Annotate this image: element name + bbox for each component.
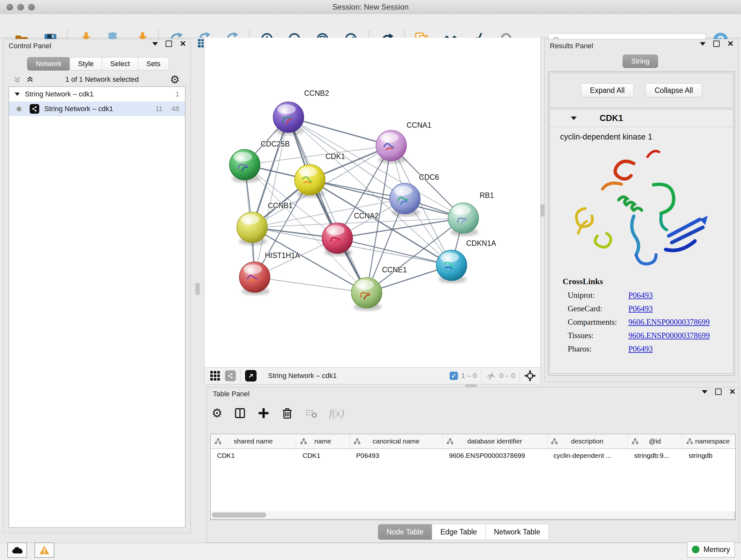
table-cell[interactable]: 9606.ENSP00000378699	[443, 449, 547, 462]
string-network-icon[interactable]	[225, 370, 236, 381]
network-node-CDK1[interactable]	[294, 165, 325, 198]
panel-menu-icon[interactable]	[152, 42, 158, 46]
panel-close-icon[interactable]: ✕	[727, 41, 734, 46]
tab-node-table[interactable]: Node Table	[378, 524, 432, 540]
network-row[interactable]: String Network – cdk1 11 48	[9, 102, 185, 116]
table-cell[interactable]: P06493	[350, 449, 443, 462]
node-label-CCNA1: CCNA1	[407, 121, 431, 129]
table-gear-icon[interactable]: ⚙	[212, 406, 222, 420]
delete-column-icon[interactable]	[281, 407, 293, 419]
table-horizontal-scrollbar[interactable]	[210, 511, 735, 519]
delete-table-icon	[305, 407, 318, 420]
crosslink-link[interactable]: P06493	[628, 345, 653, 354]
network-node-CCNB2[interactable]	[273, 102, 304, 135]
network-node-CCNA2[interactable]	[322, 223, 353, 256]
table-toolbar: ⚙ f(x)	[212, 402, 344, 424]
crosslink-row: Compartments:9606.ENSP00000378699	[568, 318, 733, 327]
collection-count: 1	[176, 90, 179, 98]
control-panel-header-icons: ✕	[152, 41, 186, 47]
table-panel-title: Table Panel	[213, 390, 250, 398]
expand-collapse-bar: Expand All Collapse All	[549, 73, 733, 108]
network-edge-count: 48	[172, 105, 179, 113]
table-cell[interactable]: stringdb:9...	[628, 449, 682, 462]
protein-structure-image	[555, 145, 728, 272]
cdk1-section-header[interactable]: CDK1	[550, 110, 733, 127]
table-cell[interactable]: CDK1	[296, 449, 350, 462]
network-node-CCNB1[interactable]	[237, 212, 267, 245]
network-graph[interactable]: CCNB2CCNA1CDC25BCDK1CDC6RB1CCNB1CCNA2CDK…	[205, 38, 540, 367]
network-view-toolbar: String Network – cdk1 ✓ 1 – 0 0 – 0	[204, 367, 541, 384]
tab-edge-table[interactable]: Edge Table	[432, 524, 486, 540]
tab-network-table[interactable]: Network Table	[485, 524, 549, 540]
network-collection-row[interactable]: String Network – cdk1 1	[9, 87, 185, 102]
expand-all-icon[interactable]	[26, 75, 34, 84]
network-node-CDC6[interactable]	[390, 183, 420, 216]
birdseye-grid-icon[interactable]	[210, 371, 220, 381]
table-cell[interactable]: stringdb	[682, 449, 736, 462]
column-header-namespace[interactable]: namespace	[682, 434, 736, 448]
results-panel: Results Panel ✕ String Expand All Collap…	[544, 39, 738, 382]
tab-network[interactable]: Network	[27, 57, 70, 71]
tab-sets[interactable]: Sets	[138, 57, 169, 71]
network-canvas[interactable]: CCNB2CCNA1CDC25BCDK1CDC6RB1CCNB1CCNA2CDK…	[204, 38, 541, 367]
panel-menu-icon[interactable]	[702, 390, 708, 394]
crosslink-link[interactable]: 9606.ENSP00000378699	[628, 318, 710, 327]
scrollbar-thumb[interactable]	[212, 512, 266, 517]
crosslink-link[interactable]: 9606.ENSP00000378699	[628, 331, 710, 340]
network-label: String Network – cdk1	[44, 105, 113, 113]
network-node-RB1[interactable]	[448, 203, 479, 236]
column-header-canonical-name[interactable]: canonical name	[350, 434, 443, 448]
panel-float-icon[interactable]	[713, 41, 720, 47]
tab-style[interactable]: Style	[70, 57, 103, 71]
network-edge[interactable]	[288, 117, 367, 293]
column-header-shared-name[interactable]: shared name	[211, 434, 296, 448]
memory-button[interactable]: Memory	[687, 542, 735, 557]
table-cell[interactable]: CDK1	[211, 449, 296, 462]
crosslink-link[interactable]: P06493	[628, 304, 653, 313]
network-edge[interactable]	[255, 277, 367, 293]
app-window: Session: New Session	[0, 0, 741, 560]
network-node-CDKN1A[interactable]	[436, 250, 467, 283]
crosslink-row: Tissues:9606.ENSP00000378699	[568, 331, 733, 340]
panel-close-icon[interactable]: ✕	[729, 389, 736, 394]
collapse-all-icon[interactable]	[13, 75, 21, 84]
network-edge[interactable]	[337, 238, 452, 265]
node-label-CCNB1: CCNB1	[268, 201, 293, 210]
tab-string[interactable]: String	[623, 55, 658, 68]
cloud-button[interactable]	[7, 543, 27, 558]
column-header--id[interactable]: @id	[628, 434, 682, 448]
panel-close-icon[interactable]: ✕	[180, 41, 186, 46]
network-node-CCNA1[interactable]	[376, 130, 407, 164]
add-column-icon[interactable]	[258, 407, 270, 419]
panel-float-icon[interactable]	[715, 388, 722, 395]
crosslinks-list: Uniprot:P06493GeneCard:P06493Compartment…	[550, 291, 733, 354]
collapse-all-button[interactable]: Collapse All	[645, 83, 702, 98]
table-cell[interactable]: cyclin-dependent ...	[547, 449, 628, 462]
columns-icon[interactable]	[234, 407, 246, 419]
crosshair-icon[interactable]	[524, 370, 536, 381]
column-header-description[interactable]: description	[547, 434, 628, 448]
selected-checkbox-icon[interactable]: ✓	[450, 372, 458, 380]
network-node-HIST1H1A[interactable]	[239, 262, 270, 295]
tab-select[interactable]: Select	[102, 57, 138, 71]
warnings-button[interactable]	[35, 543, 54, 558]
expand-all-button[interactable]: Expand All	[581, 83, 634, 98]
network-node-CCNE1[interactable]	[351, 277, 382, 311]
open-in-window-icon[interactable]	[245, 370, 257, 381]
network-node-CDC25B[interactable]	[229, 149, 260, 183]
gear-icon[interactable]: ⚙	[170, 73, 180, 86]
panel-menu-icon[interactable]	[700, 42, 705, 46]
node-table[interactable]: shared namenamecanonical namedatabase id…	[210, 434, 736, 520]
column-header-database-identifier[interactable]: database identifier	[443, 434, 547, 448]
section-collapse-icon[interactable]	[571, 117, 577, 120]
node-label-CCNA2: CCNA2	[354, 212, 379, 220]
collection-expand-icon[interactable]	[15, 92, 20, 96]
left-divider-handle[interactable]	[195, 283, 200, 295]
network-tree: String Network – cdk1 1 String Network –…	[9, 86, 185, 528]
column-header-name[interactable]: name	[296, 434, 350, 448]
titlebar: Session: New Session	[0, 0, 741, 14]
section-title: CDK1	[600, 113, 623, 123]
right-divider-handle[interactable]	[541, 204, 544, 216]
crosslink-link[interactable]: P06493	[628, 291, 653, 300]
panel-float-icon[interactable]	[165, 41, 172, 47]
